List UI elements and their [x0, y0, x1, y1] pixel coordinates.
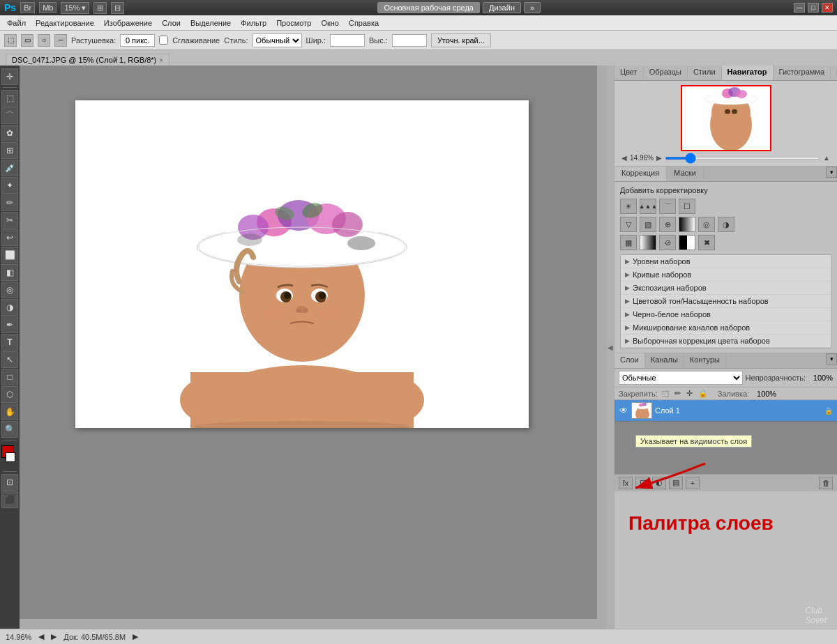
canvas-image[interactable] [75, 100, 529, 428]
background-color[interactable] [6, 452, 15, 462]
menu-help[interactable]: Справка [345, 17, 383, 29]
text-tool[interactable]: T [1, 334, 18, 351]
tab-correction[interactable]: Коррекция [614, 167, 667, 181]
correction-panel-collapse[interactable]: ▾ [826, 167, 837, 178]
lock-all-button[interactable]: 🔒 [697, 389, 709, 398]
invert-icon[interactable] [640, 235, 656, 250]
zoom-select[interactable]: 15% ▾ [61, 2, 89, 14]
gradient-map-icon[interactable]: ✖ [698, 235, 715, 250]
status-nav-prev[interactable]: ◀ [38, 632, 44, 641]
channel-mixer-icon[interactable]: ◑ [718, 217, 734, 232]
shape-tool[interactable]: □ [1, 369, 18, 385]
tab-close-button[interactable]: × [159, 56, 163, 64]
tab-styles[interactable]: Стили [688, 66, 722, 80]
zoom-in-button[interactable]: ▲ [823, 154, 830, 162]
status-arrow[interactable]: ▶ [133, 632, 138, 641]
clone-stamp-tool[interactable]: ✂ [1, 212, 18, 229]
menu-select[interactable]: Выделение [186, 17, 235, 29]
exposure-icon[interactable]: ☐ [679, 199, 695, 214]
canvas-scrollbar-h[interactable] [20, 619, 597, 629]
eyedropper-tool[interactable]: 💉 [1, 160, 18, 176]
layers-panel-collapse[interactable]: ▾ [826, 353, 837, 365]
adj-item-selective-color[interactable]: ▶ Выборочная коррекция цвета наборов [621, 335, 831, 348]
bridge-icon[interactable]: Br [20, 2, 35, 13]
color-lookup-icon[interactable]: ▦ [620, 235, 637, 250]
expand-workspaces-button[interactable]: » [524, 2, 541, 13]
rect-select-icon[interactable]: ▭ [21, 34, 33, 47]
hue-sat-icon[interactable]: ▧ [640, 217, 656, 232]
levels-icon[interactable]: ▲▲▲ [640, 199, 656, 214]
brightness-contrast-icon[interactable]: ☀ [620, 199, 637, 214]
adj-item-hue-sat[interactable]: ▶ Цветовой тон/Насыщенность наборов [621, 295, 831, 308]
minimize-button[interactable]: — [794, 3, 805, 13]
menu-filter[interactable]: Фильтр [236, 17, 271, 29]
document-tab[interactable]: DSC_0471.JPG @ 15% (Слой 1, RGB/8*) × [6, 54, 169, 66]
adj-item-levels[interactable]: ▶ Уровни наборов [621, 255, 831, 268]
history-brush-tool[interactable]: ↩ [1, 229, 18, 246]
feather-input[interactable] [120, 34, 155, 47]
menu-layers[interactable]: Слои [158, 17, 185, 29]
rectangular-marquee-tool[interactable]: ⬚ [1, 90, 18, 107]
dodge-tool[interactable]: ◑ [1, 299, 18, 316]
adj-item-curves[interactable]: ▶ Кривые наборов [621, 268, 831, 282]
menu-window[interactable]: Окно [317, 17, 343, 29]
ellipse-select-icon[interactable]: ○ [38, 34, 50, 47]
layer-row-1[interactable]: 👁 Слой 1 🔒 [614, 400, 837, 422]
tab-info[interactable]: Инфо [831, 66, 837, 80]
layer-visibility-button[interactable]: 👁 [619, 406, 628, 415]
adj-item-black-white[interactable]: ▶ Черно-белое наборов [621, 308, 831, 321]
tab-masks[interactable]: Маски [667, 167, 704, 181]
menu-view[interactable]: Просмотр [272, 17, 315, 29]
tab-paths[interactable]: Контуры [684, 353, 726, 368]
screen-mode-button[interactable]: ⬛ [1, 491, 18, 508]
photo-filter-icon[interactable]: ◎ [698, 217, 715, 232]
width-input[interactable] [330, 34, 365, 47]
tab-swatches[interactable]: Образцы [644, 66, 688, 80]
status-nav-next[interactable]: ▶ [51, 632, 56, 641]
nav-expand-icon[interactable]: ▶ [656, 154, 662, 162]
workspace-button[interactable]: Основная рабочая среда [377, 2, 480, 13]
path-select-tool[interactable]: ↖ [1, 351, 18, 368]
zoom-slider[interactable] [665, 157, 820, 160]
style-select[interactable]: Обычный [252, 33, 302, 47]
quick-mask-button[interactable]: ⊡ [1, 474, 18, 491]
eraser-tool[interactable]: ⬜ [1, 247, 18, 263]
maximize-button[interactable]: □ [808, 3, 819, 13]
hand-tool[interactable]: ✋ [1, 404, 18, 420]
tab-channels[interactable]: Каналы [645, 353, 684, 368]
lock-transparent-button[interactable]: ⬚ [661, 389, 670, 398]
menu-edit[interactable]: Редактирование [31, 17, 98, 29]
brush-tool[interactable]: ✏ [1, 194, 18, 211]
menu-image[interactable]: Изображение [100, 17, 156, 29]
healing-brush-tool[interactable]: ✦ [1, 177, 18, 194]
tab-navigator[interactable]: Навигатор [722, 66, 774, 80]
design-button[interactable]: Дизайн [483, 2, 521, 13]
blur-tool[interactable]: ◎ [1, 282, 18, 298]
view-icon1[interactable]: ⊞ [93, 2, 107, 14]
mini-bridge-icon[interactable]: Mb [39, 2, 56, 13]
curves-icon[interactable]: ⌒ [659, 199, 676, 214]
menu-file[interactable]: Файл [3, 17, 30, 29]
refine-edge-button[interactable]: Уточн. край... [431, 33, 491, 47]
gradient-tool[interactable]: ◧ [1, 264, 18, 281]
quick-select-tool[interactable]: ✿ [1, 125, 18, 141]
posterize-icon[interactable]: ⊘ [659, 235, 676, 250]
height-input[interactable] [392, 34, 427, 47]
3d-tool[interactable]: ⬡ [1, 386, 18, 403]
zoom-tool[interactable]: 🔍 [1, 421, 18, 438]
zoom-out-button[interactable]: ◀ [621, 154, 627, 162]
single-row-icon[interactable]: ─ [54, 34, 67, 47]
canvas-scrollbar-v[interactable] [597, 66, 607, 629]
lasso-tool[interactable]: ⌒ [1, 107, 18, 124]
close-button[interactable]: ✕ [822, 3, 833, 13]
tab-color[interactable]: Цвет [614, 66, 644, 80]
lock-position-button[interactable]: ✛ [685, 389, 694, 398]
black-white-icon[interactable] [679, 217, 695, 232]
tab-layers[interactable]: Слои [614, 353, 645, 368]
color-balance-icon[interactable]: ⊕ [659, 217, 676, 232]
crop-tool[interactable]: ⊞ [1, 142, 18, 159]
tab-histogram[interactable]: Гистограмма [774, 66, 831, 80]
vibrance-icon[interactable]: ▽ [620, 217, 637, 232]
adj-item-exposure[interactable]: ▶ Экспозиция наборов [621, 282, 831, 295]
antialias-checkbox[interactable] [159, 36, 168, 45]
